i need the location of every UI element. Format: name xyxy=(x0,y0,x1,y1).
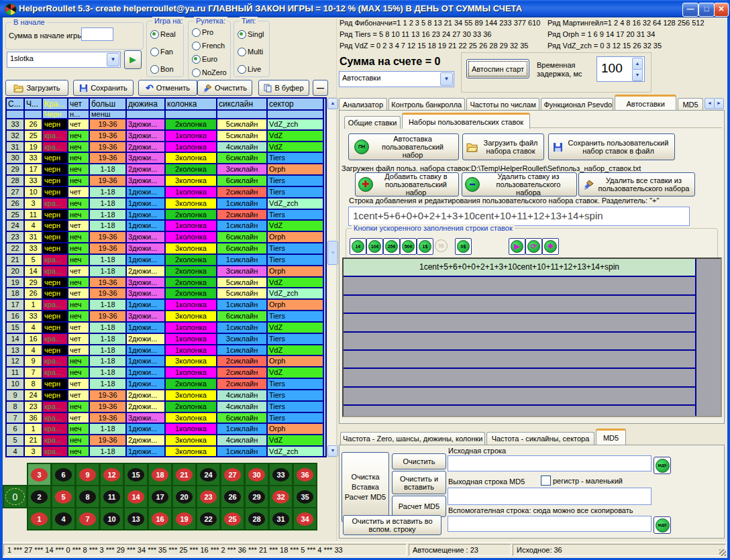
bet-list-empty-row[interactable] xyxy=(344,369,695,387)
table-row[interactable]: 263кра...неч1-181дюжи...3колонка1сиклайн… xyxy=(7,199,325,210)
table-row[interactable]: 2710чернчет1-181дюжи...1колонка2сиклайнT… xyxy=(7,187,325,199)
quick-refresh-icon[interactable]: ⟳ xyxy=(525,238,542,255)
board-number-9[interactable]: 9 xyxy=(76,464,99,485)
quick-bet-1-button[interactable]: 1¢ xyxy=(350,238,366,255)
board-number-29[interactable]: 29 xyxy=(246,486,268,507)
table-row[interactable]: 2833черннеч19-363дюжи...3колонка6сиклайн… xyxy=(7,176,325,187)
run-slot-button[interactable]: ▶ xyxy=(124,50,142,69)
bet-list-empty-row[interactable] xyxy=(344,333,695,351)
radio-euro[interactable] xyxy=(192,55,201,64)
board-number-13[interactable]: 13 xyxy=(125,508,147,529)
board-number-27[interactable]: 27 xyxy=(221,464,244,485)
slot-select[interactable]: 1slotka ▼ xyxy=(7,52,121,68)
board-number-11[interactable]: 11 xyxy=(101,486,123,507)
table-row[interactable]: 2014кра...чет1-182дюжи...2колонка3сиклай… xyxy=(7,266,325,278)
bet-list-empty-row[interactable] xyxy=(344,277,695,295)
radio-singl[interactable] xyxy=(238,30,246,39)
table-row[interactable]: 3225кра...неч19-363дюжи...1колонка5сикла… xyxy=(7,131,325,142)
bet-sets-list[interactable]: 1cent+5+6+0+0+2+1+3+10cent+10+11+12+13+1… xyxy=(342,258,722,417)
md5-source-input[interactable] xyxy=(448,455,651,471)
quick-bet-50-button[interactable]: 50¢ xyxy=(400,238,417,255)
spins-table[interactable]: С...Ч...Кра...четбольшдюжинаколонкасиксл… xyxy=(5,97,327,457)
board-number-4[interactable]: 4 xyxy=(52,508,74,529)
load-button[interactable]: Загрузить xyxy=(5,80,68,96)
board-number-35[interactable]: 35 xyxy=(294,486,316,507)
board-number-7[interactable]: 7 xyxy=(76,508,99,529)
quick-bet-10-button[interactable]: 10¢ xyxy=(366,238,383,255)
table-row[interactable]: 171кра...неч1-181дюжи...1колонка1сиклайн… xyxy=(7,300,325,311)
tabs-scroll-left-icon[interactable]: ◄ xyxy=(705,98,715,109)
table-row[interactable]: 108чернчет1-181дюжи...2колонка2сиклайнTi… xyxy=(7,379,325,390)
subtab-2[interactable]: Наборы пользовательских ставок xyxy=(402,113,530,129)
resize-grip[interactable] xyxy=(719,549,726,556)
table-row[interactable]: 521кра...неч19-362дюжи...3колонка4сиклай… xyxy=(7,435,325,447)
subtab-1[interactable]: Общие ставки xyxy=(344,116,401,129)
table-row[interactable]: 2511черннеч1-181дюжи...2колонка2сиклайнT… xyxy=(7,210,325,221)
table-row[interactable]: 134чернчет1-181дюжи...1колонка1сиклайнVd… xyxy=(7,345,325,357)
radio-fan[interactable] xyxy=(150,48,159,56)
bet-list-empty-row[interactable] xyxy=(344,296,695,314)
table-row[interactable]: 129кра...неч1-181дюжи...3колонка2сиклайн… xyxy=(7,356,325,368)
freq-tab-1[interactable]: Частота - Zero, шансы, дюжины, колонки xyxy=(340,432,485,445)
delay-spinner[interactable]: 100 ▲ ▼ xyxy=(596,56,645,82)
radio-french[interactable] xyxy=(192,42,201,50)
table-row[interactable]: 1416кра...чет1-182дюжи...1колонка3сиклай… xyxy=(7,334,325,345)
table-row[interactable]: 1633черннеч19-363дюжи...3колонка6сиклайн… xyxy=(7,311,325,323)
board-number-23[interactable]: 23 xyxy=(197,486,219,507)
board-number-34[interactable]: 34 xyxy=(294,508,316,529)
radio-multi[interactable] xyxy=(238,48,246,56)
md5-clear-paste-button[interactable]: Очистить и вставить xyxy=(392,471,446,494)
chevron-down-icon[interactable]: ▼ xyxy=(107,53,119,66)
board-number-36[interactable]: 36 xyxy=(294,464,316,485)
freq-tab-2[interactable]: Частота - сиклайны, сектора xyxy=(486,432,594,445)
tab-3[interactable]: Частоты по числам xyxy=(466,98,540,111)
remove-all-bets-button[interactable]: Удалить все ставки из пользовательского … xyxy=(578,172,695,197)
board-number-26[interactable]: 26 xyxy=(221,486,244,507)
board-number-20[interactable]: 20 xyxy=(173,486,195,507)
table-row[interactable]: 1826чернчет19-363дюжи...2колонка5сиклайн… xyxy=(7,288,325,300)
save-bet-file-button[interactable]: Сохранить пользовательский набор ставок … xyxy=(548,133,675,160)
board-number-18[interactable]: 18 xyxy=(149,464,171,485)
quick-bet-25-button[interactable]: 25¢ xyxy=(383,238,400,255)
radio-nozero[interactable] xyxy=(192,68,201,77)
table-row[interactable]: 924чернчет19-362дюжи...3колонка4сиклайнT… xyxy=(7,390,325,402)
md5-big-box[interactable]: Очистка Вставка Расчет MD5 xyxy=(342,452,389,522)
table-row[interactable]: 2917черннеч1-182дюжи...2колонка3сиклайнO… xyxy=(7,164,325,176)
lowercase-checkbox[interactable] xyxy=(541,475,551,486)
board-number-16[interactable]: 16 xyxy=(149,508,171,529)
table-row[interactable]: 61кра...неч1-181дюжи...1колонка1сиклайнO… xyxy=(7,424,325,435)
md5-output-input[interactable] xyxy=(448,488,651,505)
bet-list-empty-row[interactable] xyxy=(344,314,695,332)
remove-bet-button[interactable]: ━ Удалить ставку из пользовательского на… xyxy=(462,172,577,197)
collapse-button[interactable]: — xyxy=(313,80,328,96)
start-sum-input[interactable] xyxy=(81,27,113,41)
save-button[interactable]: Сохранить xyxy=(73,80,134,96)
tab-5[interactable]: Автоставки xyxy=(615,95,676,111)
board-number-15[interactable]: 15 xyxy=(125,464,147,485)
bet-string-input[interactable]: 1cent+5+6+0+0+2+1+3+10cent+10+11+12+13+1… xyxy=(348,207,690,226)
table-row[interactable]: 736кра...чет19-363дюжи...3колонка6сиклай… xyxy=(7,413,325,425)
table-row[interactable]: 1929черннеч19-363дюжи...2колонка5сиклайн… xyxy=(7,278,325,289)
bet-list-selected-row[interactable]: 1cent+5+6+0+0+2+1+3+10cent+10+11+12+13+1… xyxy=(344,259,695,277)
table-row[interactable]: 244чернчет1-181дюжи...1колонка1сиклайнVd… xyxy=(7,221,325,232)
md5-calc-button[interactable]: Расчет MD5 xyxy=(392,496,446,517)
freq-tab-3[interactable]: MD5 xyxy=(596,429,626,445)
table-row[interactable]: 3119кра...неч19-362дюжи...1колонка4сикла… xyxy=(7,142,325,154)
radio-pro[interactable] xyxy=(192,28,201,37)
board-number-8[interactable]: 8 xyxy=(76,486,99,507)
tab-6[interactable]: MD5 xyxy=(678,98,703,111)
quick-bet-0-button[interactable]: 0$ xyxy=(455,238,472,255)
table-row[interactable]: 3326чернчет19-363дюжи...2колонка5сиклайн… xyxy=(7,119,325,131)
tab-2[interactable]: Контроль банкролла xyxy=(388,98,465,111)
board-number-32[interactable]: 32 xyxy=(270,486,292,507)
board-number-12[interactable]: 12 xyxy=(101,464,123,485)
table-row[interactable]: 2233черннеч19-363дюжи...3колонка6сиклайн… xyxy=(7,243,325,255)
mode-select[interactable]: Автоставки ▼ xyxy=(339,71,454,87)
tab-1[interactable]: Анализатор xyxy=(339,98,387,111)
radio-real[interactable] xyxy=(150,30,159,39)
board-number-14[interactable]: 14 xyxy=(125,486,147,507)
clear-button[interactable]: Очистить xyxy=(197,80,252,96)
quick-play-icon[interactable]: ▶ xyxy=(509,238,525,255)
spinner-up-icon[interactable]: ▲ xyxy=(632,58,643,70)
board-number-2[interactable]: 2 xyxy=(28,486,50,507)
